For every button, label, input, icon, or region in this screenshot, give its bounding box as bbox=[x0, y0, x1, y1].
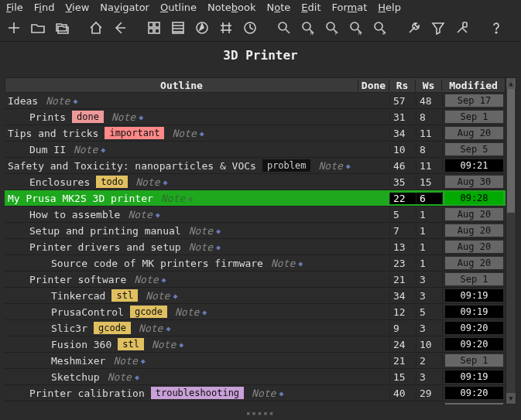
home-icon[interactable] bbox=[87, 19, 105, 37]
note-label: Note bbox=[135, 176, 159, 188]
resize-grip-icon[interactable]: ▪▪▪▪▪ bbox=[246, 409, 275, 417]
svg-point-18 bbox=[279, 22, 286, 30]
cell-rs: 7 bbox=[389, 225, 416, 237]
menu-file[interactable]: File bbox=[6, 2, 23, 13]
modified-badge: 09:19 bbox=[445, 370, 503, 383]
zoom-icon[interactable] bbox=[275, 19, 293, 37]
modified-badge: 09:19 bbox=[445, 289, 503, 302]
table-row[interactable]: EnclosurestodoNote◆3515Aug 30 bbox=[5, 174, 506, 190]
filter-icon[interactable] bbox=[429, 19, 447, 37]
open-multi-icon[interactable] bbox=[53, 19, 71, 37]
note-label: Note bbox=[318, 160, 342, 172]
row-title: My Prusa MK2S 3D printer bbox=[8, 193, 153, 204]
col-modified[interactable]: Modified bbox=[441, 80, 505, 91]
table-row[interactable]: Fusion 360stlNote◆241009:20 bbox=[5, 336, 506, 353]
table-row[interactable]: SustainmentNote◆253Aug 20 bbox=[5, 401, 506, 405]
table-row[interactable]: Printer drivers and setupNote◆131Aug 20 bbox=[5, 239, 506, 255]
table-row[interactable]: IdeasNote◆5748Sep 17 bbox=[5, 93, 506, 109]
col-rs[interactable]: Rs bbox=[389, 80, 415, 91]
clock-icon[interactable] bbox=[241, 19, 259, 37]
cell-rs: 46 bbox=[389, 160, 416, 172]
scroll-down-icon[interactable]: ▼ bbox=[506, 393, 516, 404]
menu-help[interactable]: Help bbox=[378, 2, 401, 13]
modified-badge: Aug 20 bbox=[445, 224, 503, 237]
table-row[interactable]: Printer calibrationtroubleshootingNote◆4… bbox=[5, 385, 506, 401]
svg-rect-33 bbox=[463, 22, 467, 27]
table-row[interactable]: Dum IINote◆108Sep 5 bbox=[5, 142, 506, 158]
scroll-up-icon[interactable]: ▲ bbox=[506, 78, 516, 89]
new-icon[interactable] bbox=[5, 19, 23, 37]
menu-notebook[interactable]: Notebook bbox=[207, 2, 255, 13]
row-title: How to assemble bbox=[29, 209, 120, 220]
table-row[interactable]: Tips and tricksimportantNote◆3411Aug 20 bbox=[5, 125, 506, 142]
cell-ws: 5 bbox=[416, 306, 442, 318]
row-title: Sketchup bbox=[51, 371, 100, 383]
table-row[interactable]: PrusaControlgcodeNote◆12509:19 bbox=[5, 304, 506, 320]
diamond-icon: ◆ bbox=[139, 113, 143, 121]
menu-edit[interactable]: Edit bbox=[301, 2, 320, 13]
zoom-t-icon[interactable]: T bbox=[323, 19, 341, 37]
modified-badge: 09:20 bbox=[445, 338, 503, 350]
diamond-icon: ◆ bbox=[346, 162, 351, 170]
cell-ws: 3 bbox=[416, 290, 442, 302]
cell-ws: 1 bbox=[416, 209, 442, 220]
row-title: Printer drivers and setup bbox=[29, 241, 181, 253]
svg-point-23 bbox=[327, 22, 334, 30]
modified-badge: 09:21 bbox=[445, 159, 503, 172]
col-outline[interactable]: Outline bbox=[5, 80, 358, 91]
hash-icon[interactable] bbox=[217, 19, 235, 37]
navigator-icon[interactable] bbox=[193, 19, 211, 37]
table-row[interactable]: Printer softwareNote◆213Sep 1 bbox=[5, 271, 506, 288]
tools-icon[interactable] bbox=[453, 19, 471, 37]
cell-rs: 15 bbox=[389, 371, 416, 383]
table-row[interactable]: Setup and printing manualNote◆71Aug 20 bbox=[5, 223, 506, 239]
cell-ws: 1 bbox=[416, 225, 442, 237]
tag-todo: todo bbox=[96, 176, 128, 188]
row-title: Sustainment bbox=[29, 404, 96, 405]
row-title: Ideas bbox=[8, 95, 38, 107]
grid-icon[interactable] bbox=[145, 19, 163, 37]
row-title: Enclosures bbox=[29, 176, 90, 188]
zoom-hash-icon[interactable]: # bbox=[371, 19, 389, 37]
note-label: Note bbox=[189, 225, 213, 237]
cell-ws: 3 bbox=[416, 371, 442, 383]
tag-important: important bbox=[105, 127, 164, 139]
zoom-n-icon[interactable]: N bbox=[299, 19, 317, 37]
menu-outline[interactable]: Outline bbox=[160, 2, 197, 13]
table-row[interactable]: Safety and Toxicity: nanoparticles & VOC… bbox=[5, 158, 506, 174]
svg-line-19 bbox=[286, 29, 290, 33]
modified-badge: Aug 30 bbox=[445, 176, 503, 188]
back-icon[interactable] bbox=[111, 19, 129, 37]
col-ws[interactable]: Ws bbox=[415, 80, 441, 91]
table-row[interactable]: Source code of MK printers firmwareNote◆… bbox=[5, 255, 506, 271]
open-icon[interactable] bbox=[29, 19, 47, 37]
col-done[interactable]: Done bbox=[358, 80, 389, 91]
table-row[interactable]: How to assembleNote◆51Aug 20 bbox=[5, 207, 506, 223]
vertical-scrollbar[interactable]: ▲ ▼ bbox=[506, 77, 516, 405]
diamond-icon: ◆ bbox=[162, 275, 166, 284]
note-label: Note bbox=[139, 323, 163, 334]
menu-view[interactable]: View bbox=[65, 2, 89, 13]
diamond-icon: ◆ bbox=[166, 324, 170, 333]
menu-navigator[interactable]: Navigator bbox=[100, 2, 149, 13]
table-row[interactable]: Slic3rgcodeNote◆9309:20 bbox=[5, 320, 506, 336]
menu-note[interactable]: Note bbox=[266, 2, 290, 13]
table-row[interactable]: TinkercadstlNote◆34309:19 bbox=[5, 288, 506, 304]
zoom-n2-icon[interactable]: N bbox=[347, 19, 365, 37]
wrench-icon[interactable] bbox=[405, 19, 423, 37]
table-row[interactable]: PrintsdoneNote◆318Sep 1 bbox=[5, 109, 506, 125]
list-icon[interactable] bbox=[169, 19, 187, 37]
table-row[interactable]: My Prusa MK2S 3D printerNote◆22609:28 bbox=[5, 190, 506, 207]
menu-bar: FileFindViewNavigatorOutlineNotebookNote… bbox=[0, 0, 521, 16]
cell-ws: 3 bbox=[416, 404, 442, 405]
table-row[interactable]: MeshmixerNote◆212Sep 1 bbox=[5, 353, 506, 369]
help-icon[interactable] bbox=[487, 19, 506, 37]
scroll-thumb[interactable] bbox=[507, 89, 515, 213]
note-label: Note bbox=[113, 355, 137, 367]
row-title: Tinkercad bbox=[51, 290, 105, 302]
table-row[interactable]: SketchupNote◆15309:19 bbox=[5, 369, 506, 385]
diamond-icon: ◆ bbox=[279, 389, 283, 398]
menu-find[interactable]: Find bbox=[34, 2, 55, 13]
modified-badge: Sep 1 bbox=[445, 273, 503, 285]
menu-format[interactable]: Format bbox=[331, 2, 367, 13]
